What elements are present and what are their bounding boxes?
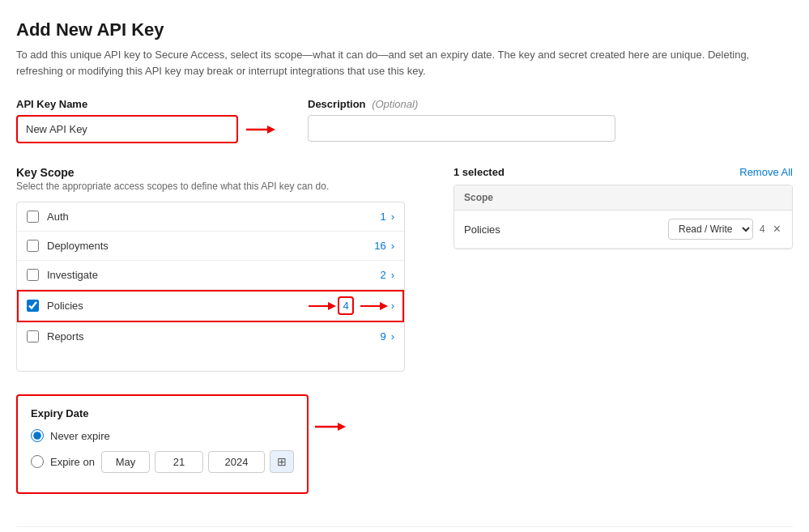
scope-chevron-auth[interactable]: › xyxy=(391,211,394,223)
scope-label-investigate: Investigate xyxy=(47,269,380,281)
scope-count-reports: 9 xyxy=(380,330,385,343)
scope-label-deployments: Deployments xyxy=(47,240,374,252)
selected-table-row: Policies Read / Write Read Only 4 × xyxy=(454,211,792,249)
scope-count-deployments: 16 xyxy=(374,240,385,252)
never-expire-label: Never expire xyxy=(50,430,110,442)
scope-chevron-reports[interactable]: › xyxy=(391,330,394,343)
calendar-button[interactable]: ⊞ xyxy=(270,450,294,473)
scope-count-investigate: 2 xyxy=(380,269,385,281)
selected-panel: 1 selected Remove All Scope Policies Rea… xyxy=(437,166,793,249)
svg-marker-5 xyxy=(380,302,388,310)
expiry-section: Expiry Date Never expire Expire on ⊞ xyxy=(16,394,309,494)
description-label: Description (Optional) xyxy=(308,98,615,110)
date-input-row: ⊞ xyxy=(101,450,294,473)
expire-on-label: Expire on xyxy=(50,456,95,468)
scope-item-reports[interactable]: Reports 9 › xyxy=(17,322,404,351)
expire-day-input[interactable] xyxy=(155,451,203,473)
api-key-name-label: API Key Name xyxy=(16,98,275,110)
expire-on-row: Expire on ⊞ xyxy=(31,450,294,473)
never-expire-radio[interactable] xyxy=(31,429,44,442)
api-key-name-group: API Key Name xyxy=(16,98,275,143)
calendar-icon: ⊞ xyxy=(277,455,287,468)
expiry-wrapper: Expiry Date Never expire Expire on ⊞ xyxy=(16,394,793,494)
expire-year-input[interactable] xyxy=(208,451,265,473)
description-input[interactable] xyxy=(308,115,615,142)
scope-title: Key Scope xyxy=(16,166,405,179)
footer: CANCEL CREATE KEY xyxy=(16,526,793,532)
arrow-annotation xyxy=(245,121,275,138)
selected-table: Scope Policies Read / Write Read Only 4 … xyxy=(453,185,793,249)
scope-count-policies: 4 xyxy=(339,298,351,313)
scope-permission-select[interactable]: Read / Write Read Only xyxy=(668,219,753,240)
scope-item-policies[interactable]: Policies 4 › xyxy=(17,290,404,322)
never-expire-row: Never expire xyxy=(31,429,294,442)
scope-sub-count: 4 xyxy=(760,223,765,235)
scope-remove-button[interactable]: × xyxy=(772,222,782,236)
expire-on-radio[interactable] xyxy=(31,455,44,468)
svg-marker-1 xyxy=(267,126,275,134)
scope-checkbox-auth[interactable] xyxy=(27,211,39,223)
svg-marker-7 xyxy=(338,423,346,431)
scope-item-deployments[interactable]: Deployments 16 › xyxy=(17,232,404,261)
scope-chevron-deployments[interactable]: › xyxy=(391,240,394,252)
scope-checkbox-policies[interactable] xyxy=(27,300,39,312)
count-arrow xyxy=(359,299,388,313)
scope-item-auth[interactable]: Auth 1 › xyxy=(17,202,404,232)
expiry-title: Expiry Date xyxy=(31,407,294,419)
scope-label-auth: Auth xyxy=(47,211,380,223)
optional-label: (Optional) xyxy=(372,98,418,110)
policies-arrow xyxy=(307,299,336,313)
scope-label-reports: Reports xyxy=(47,330,380,343)
selected-scope-name: Policies xyxy=(464,223,668,236)
selected-count: 1 selected xyxy=(453,166,505,178)
scope-count-auth: 1 xyxy=(380,211,385,223)
remove-all-button[interactable]: Remove All xyxy=(739,166,793,178)
page-title: Add New API Key xyxy=(16,19,793,40)
scope-list: Auth 1 › Deployments 16 › Investig xyxy=(17,202,404,371)
selected-table-header: Scope xyxy=(454,185,792,211)
expiry-arrow xyxy=(313,419,346,435)
scope-checkbox-deployments[interactable] xyxy=(27,240,39,252)
scope-checkbox-investigate[interactable] xyxy=(27,269,39,281)
description-group: Description (Optional) xyxy=(308,98,615,143)
api-key-name-input[interactable] xyxy=(18,117,236,142)
svg-marker-3 xyxy=(328,302,336,310)
page-description: To add this unique API key to Secure Acc… xyxy=(16,47,793,79)
expire-month-input[interactable] xyxy=(101,451,150,473)
scope-checkbox-reports[interactable] xyxy=(27,330,39,343)
scope-subtitle: Select the appropriate access scopes to … xyxy=(16,181,405,192)
key-scope-section: Key Scope Select the appropriate access … xyxy=(16,166,405,372)
scope-chevron-investigate[interactable]: › xyxy=(391,269,394,281)
selected-header: 1 selected Remove All xyxy=(453,166,793,178)
scope-label-policies: Policies xyxy=(47,300,307,312)
scope-item-investigate[interactable]: Investigate 2 › xyxy=(17,261,404,290)
scope-chevron-policies[interactable]: › xyxy=(391,300,394,312)
scope-list-container: Auth 1 › Deployments 16 › Investig xyxy=(16,202,405,372)
